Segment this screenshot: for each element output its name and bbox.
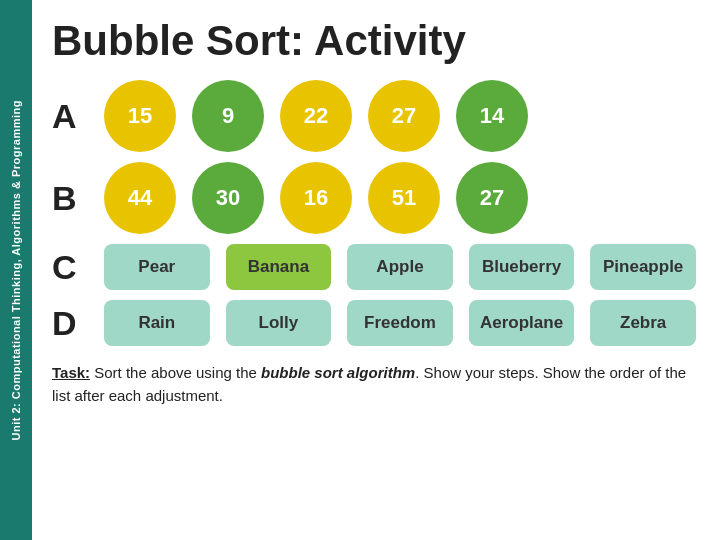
pill-c-2: Banana xyxy=(226,244,332,290)
task-text: Task: Sort the above using the bubble so… xyxy=(52,362,696,407)
pill-d-4: Aeroplane xyxy=(469,300,575,346)
row-d: D Rain Lolly Freedom Aeroplane Zebra xyxy=(52,300,696,346)
row-c-label: C xyxy=(52,248,88,287)
task-section: Task: Sort the above using the bubble so… xyxy=(52,362,696,407)
sidebar-label: Unit 2: Computational Thinking, Algorith… xyxy=(10,100,22,440)
circle-a-2: 9 xyxy=(192,80,264,152)
pill-c-4: Blueberry xyxy=(469,244,575,290)
page-title: Bubble Sort: Activity xyxy=(52,18,696,64)
circle-a-4: 27 xyxy=(368,80,440,152)
circle-a-5: 14 xyxy=(456,80,528,152)
sidebar: Unit 2: Computational Thinking, Algorith… xyxy=(0,0,32,540)
row-b: B 44 30 16 51 27 xyxy=(52,162,696,234)
pill-c-5: Pineapple xyxy=(590,244,696,290)
pill-c-3: Apple xyxy=(347,244,453,290)
pill-d-5: Zebra xyxy=(590,300,696,346)
circle-b-2: 30 xyxy=(192,162,264,234)
pill-d-3: Freedom xyxy=(347,300,453,346)
pill-d-1: Rain xyxy=(104,300,210,346)
circle-b-4: 51 xyxy=(368,162,440,234)
circle-a-1: 15 xyxy=(104,80,176,152)
circle-b-5: 27 xyxy=(456,162,528,234)
row-c: C Pear Banana Apple Blueberry Pineapple xyxy=(52,244,696,290)
circle-b-1: 44 xyxy=(104,162,176,234)
task-underline: Task: xyxy=(52,364,90,381)
row-a: A 15 9 22 27 14 xyxy=(52,80,696,152)
rows-container: A 15 9 22 27 14 B 44 30 16 51 27 C Pear … xyxy=(52,80,696,346)
row-a-label: A xyxy=(52,97,88,136)
pill-c-1: Pear xyxy=(104,244,210,290)
row-d-label: D xyxy=(52,304,88,343)
pill-d-2: Lolly xyxy=(226,300,332,346)
row-b-label: B xyxy=(52,179,88,218)
main-content: Bubble Sort: Activity A 15 9 22 27 14 B … xyxy=(32,0,720,540)
circle-b-3: 16 xyxy=(280,162,352,234)
circle-a-3: 22 xyxy=(280,80,352,152)
task-italic: bubble sort algorithm xyxy=(261,364,415,381)
